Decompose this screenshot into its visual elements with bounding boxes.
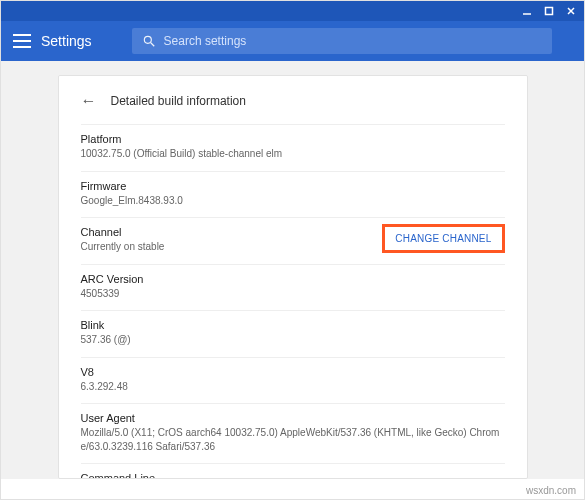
svg-line-5 [150, 43, 154, 47]
label-cmdline: Command Line [81, 472, 505, 479]
search-icon [142, 34, 156, 48]
value-v8: 6.3.292.48 [81, 380, 505, 394]
card-header: ← Detailed build information [81, 92, 505, 110]
section-channel: Channel Currently on stable CHANGE CHANN… [81, 217, 505, 264]
label-firmware: Firmware [81, 180, 505, 192]
section-cmdline: Command Line /opt/google/chrome/chrome -… [81, 463, 505, 479]
label-platform: Platform [81, 133, 505, 145]
search-box[interactable] [132, 28, 552, 54]
label-v8: V8 [81, 366, 505, 378]
section-arc: ARC Version 4505339 [81, 264, 505, 311]
details-card: ← Detailed build information Platform 10… [58, 75, 528, 479]
value-firmware: Google_Elm.8438.93.0 [81, 194, 505, 208]
section-platform: Platform 10032.75.0 (Official Build) sta… [81, 124, 505, 171]
label-useragent: User Agent [81, 412, 505, 424]
page-title: Detailed build information [111, 94, 246, 108]
minimize-button[interactable] [522, 6, 532, 16]
back-arrow-icon[interactable]: ← [81, 92, 97, 110]
label-arc: ARC Version [81, 273, 505, 285]
maximize-button[interactable] [544, 6, 554, 16]
toolbar: Settings [1, 21, 584, 61]
close-button[interactable] [566, 6, 576, 16]
window: Settings ← Detailed build information Pl… [0, 0, 585, 500]
value-blink: 537.36 (@) [81, 333, 505, 347]
section-v8: V8 6.3.292.48 [81, 357, 505, 404]
window-titlebar [1, 1, 584, 21]
change-channel-button[interactable]: CHANGE CHANNEL [382, 224, 504, 253]
section-useragent: User Agent Mozilla/5.0 (X11; CrOS aarch6… [81, 403, 505, 463]
content-area: ← Detailed build information Platform 10… [1, 61, 584, 479]
section-firmware: Firmware Google_Elm.8438.93.0 [81, 171, 505, 218]
search-input[interactable] [164, 34, 542, 48]
watermark: wsxdn.com [526, 485, 576, 496]
section-blink: Blink 537.36 (@) [81, 310, 505, 357]
value-platform: 10032.75.0 (Official Build) stable-chann… [81, 147, 505, 161]
app-title: Settings [41, 33, 92, 49]
menu-icon[interactable] [13, 34, 31, 48]
label-blink: Blink [81, 319, 505, 331]
svg-point-4 [144, 36, 151, 43]
value-useragent: Mozilla/5.0 (X11; CrOS aarch64 10032.75.… [81, 426, 505, 453]
value-arc: 4505339 [81, 287, 505, 301]
svg-rect-1 [546, 8, 553, 15]
